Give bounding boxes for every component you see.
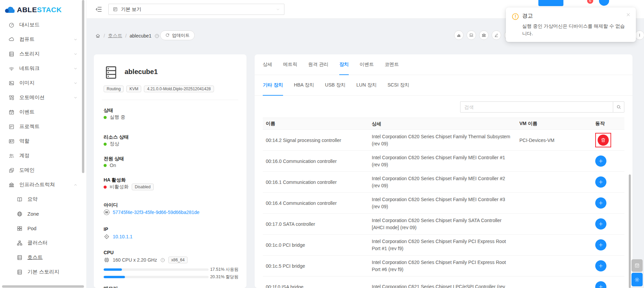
sidebar-item-domains[interactable]: 도메인: [0, 163, 86, 177]
sidebar-horizontal-scrollbar[interactable]: [2, 285, 84, 288]
host-uuid-link[interactable]: 57745f4e-32f3-45fe-9d66-59d66ba281de: [113, 210, 199, 215]
sidebar-item-primary-storage[interactable]: 기본 스토리지: [0, 265, 86, 279]
last-action-button[interactable]: [635, 30, 644, 40]
search-button[interactable]: [613, 101, 624, 113]
home-icon[interactable]: [95, 33, 101, 39]
sidebar-item-zone[interactable]: Zone: [0, 207, 86, 221]
primary-header-button[interactable]: [538, 0, 563, 6]
sidebar-item-images[interactable]: 이미지: [0, 76, 86, 90]
help-icon[interactable]: ?: [154, 33, 159, 39]
brand-able: ABLE: [17, 6, 37, 14]
plus-icon: [598, 284, 604, 288]
subtab-lun-devices[interactable]: LUN 장치: [356, 75, 377, 95]
attach-device-button[interactable]: [595, 260, 606, 271]
subtab-usb-devices[interactable]: USB 장치: [325, 75, 346, 95]
app: ABLESTACK 대시보드 컴퓨트 스토리지 네트워크: [0, 0, 644, 288]
cpu-help-icon[interactable]: ?: [160, 258, 165, 263]
brand-logo[interactable]: ABLESTACK: [0, 0, 86, 15]
attach-device-button[interactable]: [595, 176, 606, 188]
close-icon[interactable]: [626, 12, 631, 17]
tab-devices[interactable]: 장치: [339, 54, 349, 75]
refresh-icon: [165, 33, 170, 38]
detach-device-button[interactable]: [598, 135, 609, 146]
sidebar-item-automation[interactable]: 오토메이션: [0, 90, 86, 105]
brand-stack: STACK: [37, 6, 62, 14]
attach-device-button[interactable]: [595, 281, 606, 288]
sidebar-item-accounts[interactable]: 계정: [0, 148, 86, 163]
view-select[interactable]: 기본 보기: [108, 4, 284, 15]
sidebar-item-pod[interactable]: Pod: [0, 221, 86, 236]
console-button[interactable]: [467, 30, 476, 40]
status-label: 상태: [104, 107, 113, 114]
tag-hypervisor: KVM: [126, 86, 141, 92]
sidebar-item-compute[interactable]: 컴퓨트: [0, 32, 86, 47]
cpu-used-progressbar: [104, 268, 209, 271]
sidebar-item-summary[interactable]: 요약: [0, 192, 86, 207]
sidebar-item-network[interactable]: 네트워크: [0, 61, 86, 76]
status-dot-red: [104, 186, 107, 189]
trash-icon: [600, 137, 606, 143]
cpu-value: 160 CPU x 2.20 GHz ? x86_64: [104, 257, 188, 263]
table-row: 00:16.4 Communication controller Intel C…: [263, 193, 624, 214]
col-vm-name: VM 이름: [519, 121, 595, 127]
grid-icon: [17, 225, 23, 232]
breadcrumb: / 호스트 / ablecube1 ?: [95, 31, 159, 41]
cpu-alloc-bar-row: 20.31% 할당됨: [104, 274, 238, 280]
subtab-other-devices[interactable]: 기타 장치: [263, 75, 283, 95]
id-label: 아이디: [104, 202, 118, 208]
cpu-alloc-progressbar: [104, 276, 209, 278]
chevron-down-icon: [73, 67, 78, 71]
subtab-scsi-devices[interactable]: SCSI 장치: [387, 75, 409, 95]
breadcrumb-host-link[interactable]: 호스트: [108, 33, 122, 39]
infrastructure-button[interactable]: [479, 30, 489, 40]
sidebar-item-roles[interactable]: 역할: [0, 134, 86, 148]
storage-icon: [8, 51, 15, 57]
tab-details[interactable]: 상세: [263, 54, 272, 75]
cpu-used-label: 17.51% 사용됨: [210, 267, 238, 272]
sidebar-item-dashboard[interactable]: 대시보드: [0, 18, 86, 32]
tab-metrics[interactable]: 메트릭: [283, 54, 297, 75]
tab-events[interactable]: 이벤트: [360, 54, 374, 75]
sidebar-item-events[interactable]: 이벤트: [0, 105, 86, 119]
server-rack-icon: [104, 65, 119, 80]
event-drawer-button[interactable]: [631, 259, 643, 272]
image-icon: [8, 80, 15, 86]
sidebar-item-hosts[interactable]: 호스트: [0, 250, 86, 265]
menu-fold-icon[interactable]: [95, 6, 102, 13]
network-icon: [8, 66, 15, 72]
settings-drawer-button[interactable]: [631, 273, 643, 286]
ha-disabled-tag: Disabled: [132, 184, 154, 190]
sidebar-item-projects[interactable]: 프로젝트: [0, 119, 86, 134]
metrics-button[interactable]: [454, 30, 464, 40]
warning-toast: 경고 실행 중인 가상머신은 디바이스를 해제할 수 없습니다.: [506, 7, 636, 42]
ha-value: 비활성화Disabled: [104, 184, 154, 190]
attach-device-button[interactable]: [595, 197, 606, 209]
edit-button[interactable]: [492, 30, 501, 40]
resource-state-label: 리소스 상태: [104, 134, 129, 140]
pencil-icon: [494, 33, 499, 38]
breadcrumb-current: ablecube1: [130, 33, 152, 39]
sidebar-vertical-scrollbar[interactable]: [82, 0, 84, 173]
sidebar-item-cluster[interactable]: 클러스터: [0, 236, 86, 250]
attach-device-button[interactable]: [595, 155, 606, 167]
bar-chart-icon: [456, 33, 461, 38]
tab-remote-management[interactable]: 원격 관리: [308, 54, 328, 75]
search-input[interactable]: [460, 101, 613, 113]
update-button-label: 업데이트: [172, 32, 190, 39]
table-vertical-scrollbar[interactable]: [629, 174, 631, 288]
blocks-icon: [8, 167, 15, 173]
bank-icon: [481, 33, 486, 38]
table-header: 이름 상세 VM 이름 동작: [263, 118, 624, 130]
sidebar-item-infrastructure[interactable]: 인프라스트럭쳐: [0, 177, 86, 192]
attach-device-button[interactable]: [595, 218, 606, 230]
attach-device-button[interactable]: [595, 239, 606, 250]
avatar[interactable]: [599, 0, 609, 6]
resource-state-value: 정상: [104, 141, 119, 147]
subtab-hba-devices[interactable]: HBA 장치: [294, 75, 314, 95]
sidebar-item-storage[interactable]: 스토리지: [0, 47, 86, 61]
update-button[interactable]: 업데이트: [160, 30, 195, 40]
tab-comments[interactable]: 코멘트: [385, 54, 399, 75]
cpu-chip-icon: [104, 257, 110, 263]
dashboard-icon: [8, 22, 15, 28]
tag-version: 4.21.0.0-Mold.Diplo-202512041428: [144, 86, 214, 92]
